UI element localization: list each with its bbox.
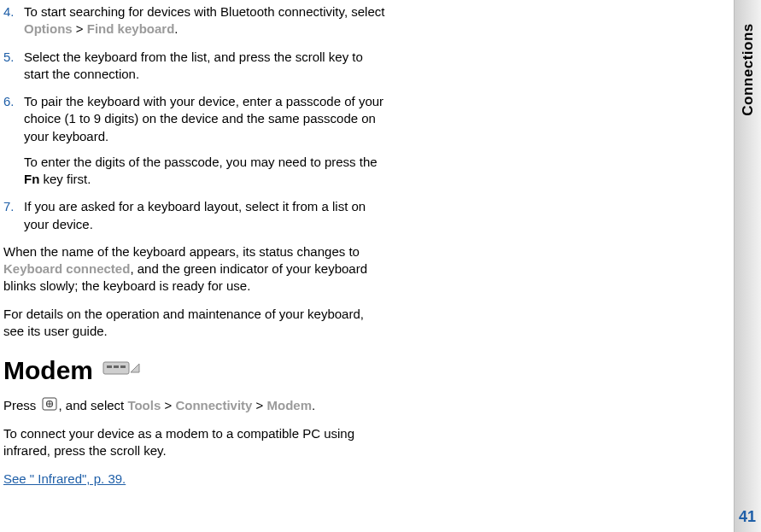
ui-term-tools: Tools	[127, 398, 161, 412]
modem-connect-paragraph: To connect your device as a modem to a c…	[3, 425, 386, 460]
press-label: Press	[3, 398, 40, 412]
paragraph-keyboard-connected: When the name of the keyboard appears, i…	[3, 243, 386, 295]
ui-term-options: Options	[24, 21, 73, 36]
step-marker: 6.	[3, 93, 15, 110]
after-icon: , and select	[59, 398, 128, 412]
sub-post: key first.	[39, 172, 91, 186]
instruction-list: 4. To start searching for devices with B…	[3, 3, 386, 233]
page-number: 41	[739, 506, 756, 527]
sep1: >	[161, 398, 175, 412]
ui-term-find-keyboard: Find keyboard	[87, 21, 175, 36]
modem-icon	[102, 354, 141, 389]
modem-heading-text: Modem	[3, 354, 93, 389]
ui-term-connectivity: Connectivity	[175, 398, 252, 412]
step-6: 6. To pair the keyboard with your device…	[24, 93, 386, 188]
para-pre: When the name of the keyboard appears, i…	[3, 244, 360, 259]
modem-post: .	[312, 398, 315, 412]
step-marker: 4.	[3, 3, 15, 20]
step-7: 7. If you are asked for a keyboard layou…	[24, 198, 386, 233]
main-content: 4. To start searching for devices with B…	[0, 0, 393, 488]
ui-term-keyboard-connected: Keyboard connected	[3, 261, 130, 276]
ui-term-modem: Modem	[267, 398, 313, 412]
svg-rect-1	[107, 365, 112, 368]
step-5: 5. Select the keyboard from the list, an…	[24, 49, 386, 84]
step-text-post: .	[174, 21, 178, 36]
side-tab: Connections	[734, 0, 761, 532]
step-text: Select the keyboard from the list, and p…	[24, 50, 363, 81]
step-marker: 7.	[3, 198, 15, 215]
step-text-mid: >	[73, 21, 87, 36]
infrared-link[interactable]: See " Infrared", p. 39.	[3, 471, 126, 486]
home-key-icon	[42, 397, 57, 415]
key-fn: Fn	[24, 172, 39, 186]
svg-rect-2	[114, 365, 119, 368]
step-text: To pair the keyboard with your device, e…	[24, 94, 383, 143]
side-tab-label: Connections	[738, 23, 758, 115]
modem-heading: Modem	[3, 354, 386, 389]
modem-press-paragraph: Press , and select Tools > Connectivity …	[3, 397, 386, 416]
step-6-sub: To enter the digits of the passcode, you…	[24, 154, 386, 189]
step-text-pre: To start searching for devices with Blue…	[24, 4, 384, 19]
cross-reference: See " Infrared", p. 39.	[3, 471, 386, 488]
step-4: 4. To start searching for devices with B…	[24, 3, 386, 38]
sub-pre: To enter the digits of the passcode, you…	[24, 155, 378, 169]
svg-rect-3	[120, 365, 126, 368]
paragraph-details: For details on the operation and mainten…	[3, 306, 386, 341]
step-text: If you are asked for a keyboard layout, …	[24, 199, 366, 231]
step-marker: 5.	[3, 49, 15, 66]
sep2: >	[252, 398, 266, 412]
